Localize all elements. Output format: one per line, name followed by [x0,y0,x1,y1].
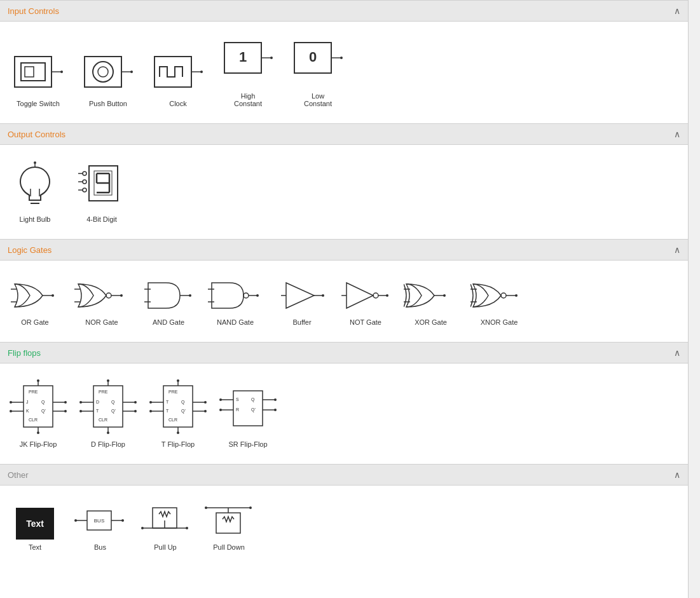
svg-point-69 [443,294,446,297]
svg-point-4 [60,71,63,73]
svg-point-131 [177,379,179,382]
light-bulb-item[interactable]: Light Bulb [6,158,64,226]
input-controls-chevron[interactable]: ∧ [674,6,680,16]
output-controls-grid: Light Bulb [0,145,688,239]
xor-gate-icon [404,276,458,315]
sr-flip-flop-item[interactable]: S R Q Q' SR Flip-Flop [216,376,280,451]
high-constant-item[interactable]: 1 HighConstant [216,34,280,111]
svg-rect-0 [15,57,51,87]
push-button-item[interactable]: Push Button [76,34,140,111]
other-title: Other [8,470,29,480]
d-flip-flop-item[interactable]: PRE D T CLR Q Q' D Flip-Flop [76,376,140,451]
svg-text:Q: Q [41,400,45,405]
svg-point-26 [34,161,36,164]
text-component-label-display: Text [26,519,44,529]
sr-flip-flop-label: SR Flip-Flop [228,440,267,448]
4-bit-digit-label: 4-Bit Digit [86,215,117,223]
flip-flops-grid: PRE J K CLR Q Q' [0,364,688,464]
svg-text:Q': Q' [251,407,256,412]
not-gate-item[interactable]: NOT Gate [337,273,394,329]
t-flip-flop-item[interactable]: PRE T T CLR Q Q' T Flip-Flop [146,376,210,451]
other-header[interactable]: Other ∧ [0,464,688,486]
flip-flops-title: Flip flops [8,348,41,358]
flip-flops-chevron[interactable]: ∧ [674,348,680,358]
high-constant-icon: 1 [219,37,277,88]
pull-up-item[interactable]: Pull Up [137,498,194,554]
bus-item[interactable]: BUS Bus [70,498,130,554]
4-bit-digit-item[interactable]: 4-Bit Digit [70,158,134,226]
jk-flip-flop-item[interactable]: PRE J K CLR Q Q' [6,376,70,451]
nand-gate-item[interactable]: NAND Gate [203,273,267,329]
clock-icon [149,51,207,96]
output-controls-title: Output Controls [8,130,65,139]
svg-point-127 [204,401,207,404]
svg-point-16 [270,57,273,59]
svg-text:Q: Q [111,400,115,405]
text-component-box: Text [16,508,54,540]
svg-text:PRE: PRE [29,390,38,394]
flip-flops-header[interactable]: Flip flops ∧ [0,342,688,364]
clock-label: Clock [169,100,187,107]
toggle-switch-label: Toggle Switch [17,100,60,107]
logic-gates-chevron[interactable]: ∧ [674,245,680,255]
svg-point-133 [177,432,179,434]
nand-gate-label: NAND Gate [217,318,254,326]
svg-point-87 [10,410,12,412]
svg-point-114 [107,432,109,434]
svg-text:Q': Q' [181,409,186,414]
xnor-gate-label: XNOR Gate [481,318,518,326]
svg-point-150 [74,519,77,522]
clock-item[interactable]: Clock [146,34,210,111]
toggle-switch-icon [10,51,67,96]
buffer-item[interactable]: Buffer [273,273,331,329]
svg-point-156 [141,527,144,529]
svg-text:K: K [26,409,29,413]
text-label: Text [29,543,41,551]
not-gate-label: NOT Gate [350,318,381,326]
svg-text:0: 0 [309,49,317,65]
component-panel[interactable]: Input Controls ∧ Toggle Switch Push [0,0,689,598]
svg-point-129 [204,410,207,412]
svg-rect-96 [93,386,123,427]
svg-point-62 [322,294,324,297]
and-gate-label: AND Gate [153,318,184,326]
or-gate-item[interactable]: OR Gate [6,273,64,329]
text-item[interactable]: Text Text [6,498,64,554]
nor-gate-item[interactable]: NOR Gate [70,273,134,329]
xor-gate-item[interactable]: XOR Gate [401,273,461,329]
svg-point-85 [10,401,12,404]
svg-point-110 [134,410,137,412]
svg-text:S: S [236,397,239,402]
jk-flip-flop-icon: PRE J K CLR Q Q' [10,379,67,437]
logic-gates-header[interactable]: Logic Gates ∧ [0,239,688,261]
svg-point-106 [79,410,82,412]
d-flip-flop-label: D Flip-Flop [91,440,125,448]
svg-text:Q': Q' [111,409,116,414]
other-chevron[interactable]: ∧ [674,470,680,480]
svg-point-104 [79,401,82,404]
svg-point-54 [244,293,249,298]
and-gate-item[interactable]: AND Gate [140,273,197,329]
svg-point-91 [64,410,67,412]
svg-point-95 [37,432,39,434]
other-grid: Text Text BUS Bus [0,486,688,567]
low-constant-item[interactable]: 0 LowConstant [286,34,350,111]
pull-down-item[interactable]: Pull Down [200,498,257,554]
svg-text:T: T [166,400,169,404]
svg-marker-63 [347,283,373,308]
output-controls-header[interactable]: Output Controls ∧ [0,123,688,145]
t-flip-flop-label: T Flip-Flop [161,440,195,448]
svg-point-93 [37,379,39,382]
svg-point-157 [186,527,188,529]
input-controls-header[interactable]: Input Controls ∧ [0,0,688,22]
svg-point-36 [83,180,86,184]
svg-point-42 [51,294,54,297]
svg-rect-77 [24,386,53,427]
output-controls-chevron[interactable]: ∧ [674,129,680,139]
svg-text:T: T [96,409,99,413]
xnor-gate-icon [470,276,528,315]
xnor-gate-item[interactable]: XNOR Gate [467,273,531,329]
svg-text:T: T [166,409,169,413]
svg-text:Q': Q' [41,409,46,414]
toggle-switch-item[interactable]: Toggle Switch [6,34,70,111]
